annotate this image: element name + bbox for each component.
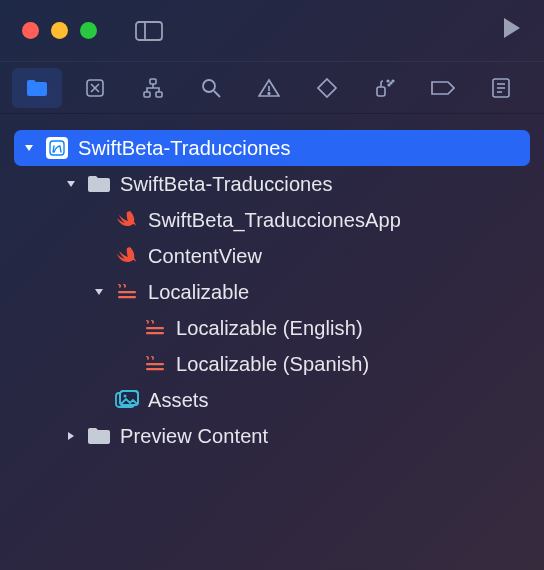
svg-point-31 [124, 395, 127, 398]
tests-navigator-tab[interactable] [302, 68, 352, 108]
tree-row-folder[interactable]: SwiftBeta-Traducciones [14, 166, 530, 202]
tree-row-strings-file[interactable]: Localizable (Spanish) [14, 346, 530, 382]
tree-row-folder[interactable]: Preview Content [14, 418, 530, 454]
chevron-down-icon[interactable] [22, 141, 36, 155]
tree-row-label: ContentView [148, 245, 262, 268]
diamond-icon [317, 78, 337, 98]
tree-row-project-root[interactable]: SwiftBeta-Traducciones [14, 130, 530, 166]
chevron-down-icon[interactable] [92, 285, 106, 299]
svg-rect-23 [118, 296, 136, 298]
tree-row-strings-group[interactable]: Localizable [14, 274, 530, 310]
svg-point-16 [392, 80, 394, 82]
play-icon [502, 17, 522, 39]
swift-file-icon [114, 209, 140, 231]
svg-rect-25 [146, 332, 164, 334]
folder-icon [86, 173, 112, 195]
svg-rect-12 [377, 87, 385, 96]
folder-icon [86, 425, 112, 447]
minimize-window-button[interactable] [51, 22, 68, 39]
spray-icon [374, 78, 396, 98]
svg-rect-26 [146, 363, 164, 365]
warning-icon [258, 78, 280, 98]
tree-row-label: SwiftBeta-Traducciones [120, 173, 333, 196]
debug-navigator-tab[interactable] [360, 68, 410, 108]
strings-file-icon [114, 281, 140, 303]
svg-rect-7 [156, 92, 162, 97]
window-controls [22, 22, 97, 39]
svg-point-15 [388, 84, 390, 86]
svg-point-14 [390, 82, 392, 84]
hierarchy-icon [143, 78, 163, 98]
tree-row-label: Assets [148, 389, 209, 412]
svg-rect-6 [144, 92, 150, 97]
search-icon [201, 78, 221, 98]
tree-row-label: SwiftBeta_TraduccionesApp [148, 209, 401, 232]
strings-file-icon [142, 317, 168, 339]
svg-rect-0 [136, 22, 162, 40]
tree-row-label: Localizable [148, 281, 249, 304]
svg-rect-5 [150, 79, 156, 84]
symbols-navigator-tab[interactable] [128, 68, 178, 108]
tree-row-swift-file[interactable]: ContentView [14, 238, 530, 274]
svg-rect-27 [146, 368, 164, 370]
sidebar-icon [135, 21, 163, 41]
breakpoint-icon [431, 81, 455, 95]
tree-row-label: Preview Content [120, 425, 268, 448]
run-button[interactable] [502, 17, 522, 44]
reports-navigator-tab[interactable] [476, 68, 526, 108]
source-control-icon [85, 78, 105, 98]
folder-icon [26, 79, 48, 97]
tree-row-label: SwiftBeta-Traducciones [78, 137, 291, 160]
tree-row-strings-file[interactable]: Localizable (English) [14, 310, 530, 346]
report-icon [492, 78, 510, 98]
tree-row-swift-file[interactable]: SwiftBeta_TraduccionesApp [14, 202, 530, 238]
svg-rect-22 [118, 291, 136, 293]
tree-row-label: Localizable (Spanish) [176, 353, 369, 376]
chevron-right-icon[interactable] [64, 429, 78, 443]
project-navigator-tree: SwiftBeta-Traducciones SwiftBeta-Traducc… [0, 114, 544, 454]
assets-icon [114, 389, 140, 411]
zoom-window-button[interactable] [80, 22, 97, 39]
xcode-project-icon [44, 137, 70, 159]
close-window-button[interactable] [22, 22, 39, 39]
source-control-navigator-tab[interactable] [70, 68, 120, 108]
find-navigator-tab[interactable] [186, 68, 236, 108]
svg-line-9 [214, 91, 220, 97]
svg-point-11 [268, 92, 270, 94]
svg-point-8 [203, 80, 215, 92]
strings-file-icon [142, 353, 168, 375]
svg-point-13 [387, 80, 389, 82]
breakpoints-navigator-tab[interactable] [418, 68, 468, 108]
tree-row-assets[interactable]: Assets [14, 382, 530, 418]
project-navigator-tab[interactable] [12, 68, 62, 108]
svg-rect-24 [146, 327, 164, 329]
title-bar [0, 0, 544, 62]
issues-navigator-tab[interactable] [244, 68, 294, 108]
tree-row-label: Localizable (English) [176, 317, 363, 340]
swift-file-icon [114, 245, 140, 267]
chevron-down-icon[interactable] [64, 177, 78, 191]
toggle-sidebar-button[interactable] [135, 21, 163, 41]
navigator-tabs [0, 62, 544, 114]
